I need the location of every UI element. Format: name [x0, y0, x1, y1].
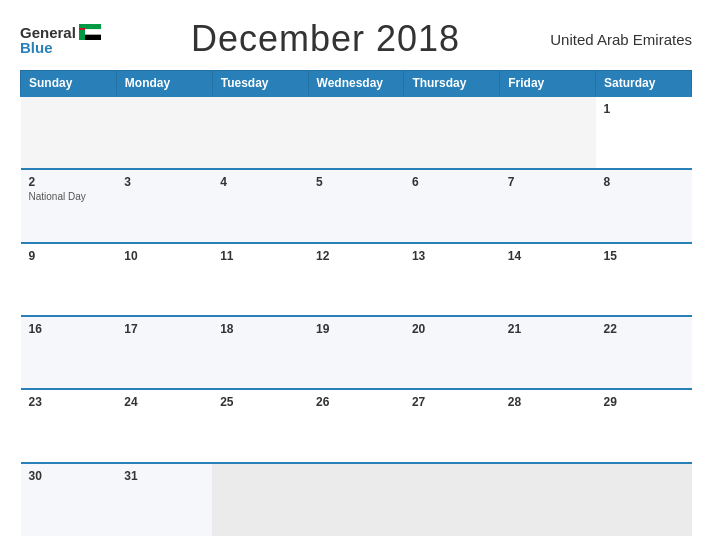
day-number: 22 — [604, 322, 692, 336]
day-number: 1 — [604, 102, 692, 116]
calendar-cell — [404, 463, 500, 536]
day-number: 7 — [508, 175, 596, 189]
calendar-cell: 3 — [116, 169, 212, 242]
day-event: National Day — [29, 191, 117, 202]
logo-flag-icon — [79, 24, 101, 40]
calendar-cell: 1 — [596, 96, 692, 169]
svg-rect-1 — [79, 24, 85, 40]
calendar-week-row: 9101112131415 — [21, 243, 692, 316]
day-number: 13 — [412, 249, 500, 263]
day-number: 25 — [220, 395, 308, 409]
calendar-cell: 6 — [404, 169, 500, 242]
day-number: 23 — [29, 395, 117, 409]
calendar-cell: 28 — [500, 389, 596, 462]
day-number: 30 — [29, 469, 117, 483]
calendar-cell: 29 — [596, 389, 692, 462]
logo: General Blue — [20, 24, 101, 55]
day-number: 20 — [412, 322, 500, 336]
calendar-cell: 5 — [308, 169, 404, 242]
calendar-page: General Blue December 2018 United Arab — [0, 0, 712, 550]
calendar-cell — [116, 96, 212, 169]
calendar-cell: 23 — [21, 389, 117, 462]
day-number: 29 — [604, 395, 692, 409]
day-number: 14 — [508, 249, 596, 263]
calendar-cell: 8 — [596, 169, 692, 242]
calendar-cell — [404, 96, 500, 169]
day-number: 15 — [604, 249, 692, 263]
day-number: 31 — [124, 469, 212, 483]
calendar-week-row: 2National Day345678 — [21, 169, 692, 242]
calendar-week-row: 16171819202122 — [21, 316, 692, 389]
calendar-cell — [212, 463, 308, 536]
day-number: 27 — [412, 395, 500, 409]
calendar-cell: 12 — [308, 243, 404, 316]
day-number: 24 — [124, 395, 212, 409]
svg-rect-2 — [85, 24, 101, 29]
day-number: 5 — [316, 175, 404, 189]
weekday-header: Friday — [500, 71, 596, 97]
calendar-cell: 10 — [116, 243, 212, 316]
calendar-cell: 25 — [212, 389, 308, 462]
day-number: 26 — [316, 395, 404, 409]
calendar-week-row: 3031 — [21, 463, 692, 536]
calendar-cell: 9 — [21, 243, 117, 316]
calendar-week-row: 23242526272829 — [21, 389, 692, 462]
logo-blue-text: Blue — [20, 40, 53, 55]
calendar-cell: 30 — [21, 463, 117, 536]
calendar-cell: 7 — [500, 169, 596, 242]
day-number: 2 — [29, 175, 117, 189]
calendar-title: December 2018 — [191, 18, 460, 60]
day-number: 3 — [124, 175, 212, 189]
country-name: United Arab Emirates — [550, 31, 692, 48]
calendar-cell — [500, 96, 596, 169]
calendar-cell: 2National Day — [21, 169, 117, 242]
svg-rect-5 — [79, 28, 85, 30]
day-number: 16 — [29, 322, 117, 336]
svg-rect-3 — [85, 29, 101, 34]
day-number: 9 — [29, 249, 117, 263]
calendar-cell: 15 — [596, 243, 692, 316]
calendar-cell: 4 — [212, 169, 308, 242]
calendar-cell: 27 — [404, 389, 500, 462]
weekday-header: Saturday — [596, 71, 692, 97]
calendar-week-row: 1 — [21, 96, 692, 169]
calendar-cell: 31 — [116, 463, 212, 536]
calendar-cell: 17 — [116, 316, 212, 389]
weekday-header: Monday — [116, 71, 212, 97]
calendar-cell: 13 — [404, 243, 500, 316]
day-number: 17 — [124, 322, 212, 336]
weekday-header: Sunday — [21, 71, 117, 97]
calendar-cell: 19 — [308, 316, 404, 389]
calendar-cell: 21 — [500, 316, 596, 389]
weekday-header: Tuesday — [212, 71, 308, 97]
calendar-cell — [596, 463, 692, 536]
day-number: 18 — [220, 322, 308, 336]
calendar-cell — [308, 96, 404, 169]
day-number: 28 — [508, 395, 596, 409]
calendar-cell — [500, 463, 596, 536]
calendar-cell — [308, 463, 404, 536]
weekday-header: Thursday — [404, 71, 500, 97]
day-number: 4 — [220, 175, 308, 189]
day-number: 12 — [316, 249, 404, 263]
svg-rect-4 — [85, 34, 101, 39]
day-number: 6 — [412, 175, 500, 189]
weekday-header-row: SundayMondayTuesdayWednesdayThursdayFrid… — [21, 71, 692, 97]
calendar-cell: 18 — [212, 316, 308, 389]
logo-general-text: General — [20, 25, 76, 40]
calendar-cell — [21, 96, 117, 169]
calendar-cell: 14 — [500, 243, 596, 316]
day-number: 19 — [316, 322, 404, 336]
calendar-cell — [212, 96, 308, 169]
calendar-cell: 24 — [116, 389, 212, 462]
day-number: 8 — [604, 175, 692, 189]
weekday-header: Wednesday — [308, 71, 404, 97]
calendar-cell: 26 — [308, 389, 404, 462]
calendar-table: SundayMondayTuesdayWednesdayThursdayFrid… — [20, 70, 692, 536]
calendar-cell: 11 — [212, 243, 308, 316]
day-number: 21 — [508, 322, 596, 336]
calendar-header: General Blue December 2018 United Arab — [20, 18, 692, 60]
day-number: 10 — [124, 249, 212, 263]
calendar-cell: 16 — [21, 316, 117, 389]
calendar-cell: 20 — [404, 316, 500, 389]
